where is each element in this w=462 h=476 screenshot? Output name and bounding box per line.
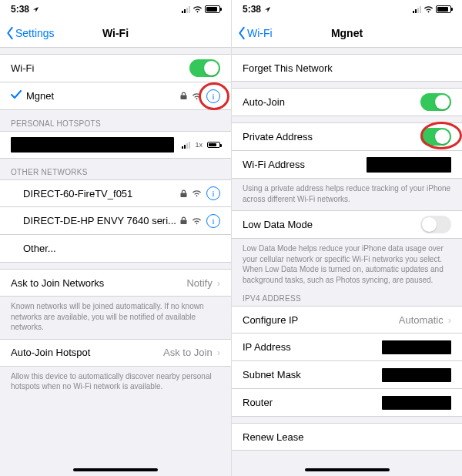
- cellular-icon: [413, 6, 421, 13]
- private-address-toggle[interactable]: [420, 128, 451, 146]
- cellular-icon: [182, 6, 190, 13]
- connected-network-cell[interactable]: Mgnet i: [0, 82, 231, 110]
- status-bar: 5:38: [232, 0, 462, 18]
- configure-ip-cell[interactable]: Configure IP Automatic ›: [232, 306, 462, 334]
- other-label: Other...: [23, 243, 220, 254]
- chevron-left-icon: [236, 26, 247, 40]
- forget-label: Forget This Network: [243, 62, 451, 74]
- battery-icon: [205, 5, 220, 13]
- network-detail-screen: 5:38 Wi-Fi Mgnet Forget This Network Aut…: [231, 0, 462, 476]
- subnet-value-redacted: [382, 368, 451, 382]
- private-address-cell[interactable]: Private Address: [232, 122, 462, 151]
- auto-join-label: Auto-Join: [243, 96, 420, 108]
- chevron-right-icon: ›: [448, 314, 451, 326]
- wifi-toggle[interactable]: [189, 59, 220, 77]
- wifi-address-label: Wi-Fi Address: [243, 159, 367, 170]
- lock-icon: [180, 92, 187, 100]
- other-network-button[interactable]: Other...: [0, 235, 231, 263]
- wifi-address-value-redacted: [367, 157, 451, 173]
- chevron-left-icon: [5, 26, 15, 40]
- wifi-icon: [192, 189, 202, 197]
- wifi-master-label: Wi-Fi: [11, 62, 189, 74]
- auto-join-hotspot-label: Auto-Join Hotspot: [11, 347, 163, 358]
- wifi-master-toggle-cell[interactable]: Wi-Fi: [0, 54, 231, 82]
- ip-address-label: IP Address: [243, 341, 382, 353]
- info-icon[interactable]: i: [206, 214, 220, 228]
- connected-network-name: Mgnet: [26, 90, 180, 102]
- subnet-mask-cell: Subnet Mask: [232, 361, 462, 389]
- auto-join-toggle[interactable]: [420, 93, 451, 111]
- battery-icon: [436, 5, 451, 13]
- subnet-label: Subnet Mask: [243, 369, 382, 380]
- wifi-icon: [192, 5, 203, 13]
- auto-join-hotspot-cell[interactable]: Auto-Join Hotspot Ask to Join ›: [0, 339, 231, 367]
- nav-bar: Wi-Fi Mgnet: [232, 18, 462, 48]
- router-label: Router: [243, 397, 382, 408]
- info-icon[interactable]: i: [206, 186, 220, 200]
- status-bar: 5:38: [0, 0, 231, 18]
- wifi-icon: [424, 5, 434, 13]
- private-address-label: Private Address: [243, 131, 420, 142]
- ask-to-join-footer: Known networks will be joined automatica…: [0, 297, 231, 339]
- auto-join-cell[interactable]: Auto-Join: [232, 88, 462, 116]
- lock-icon: [180, 216, 187, 225]
- ask-to-join-cell[interactable]: Ask to Join Networks Notify ›: [0, 269, 231, 297]
- private-address-footer: Using a private address helps reduce tra…: [232, 179, 462, 210]
- battery-icon: [207, 142, 220, 148]
- back-label: Wi-Fi: [247, 27, 273, 39]
- home-indicator[interactable]: [73, 468, 158, 471]
- info-icon[interactable]: i: [206, 89, 220, 103]
- router-value-redacted: [382, 396, 451, 410]
- chevron-right-icon: ›: [217, 277, 220, 289]
- personal-hotspots-header: PERSONAL HOTSPOTS: [0, 110, 231, 131]
- wifi-address-cell: Wi-Fi Address: [232, 151, 462, 179]
- router-cell: Router: [232, 389, 462, 417]
- home-indicator[interactable]: [305, 468, 390, 471]
- ask-to-join-label: Ask to Join Networks: [11, 277, 186, 289]
- configure-ip-value: Automatic: [399, 314, 444, 326]
- back-label: Settings: [15, 27, 55, 39]
- check-icon: [11, 90, 25, 102]
- network-row[interactable]: DIRECT-60-FireTV_f051 i: [0, 179, 231, 207]
- auto-join-hotspot-footer: Allow this device to automatically disco…: [0, 367, 231, 398]
- wifi-icon: [192, 92, 202, 100]
- hotspot-signal: 1x: [195, 141, 203, 149]
- network-name: DIRECT-60-FireTV_f051: [23, 188, 180, 199]
- low-data-footer: Low Data Mode helps reduce your iPhone d…: [232, 239, 462, 291]
- back-button[interactable]: Settings: [0, 26, 55, 40]
- other-networks-header: OTHER NETWORKS: [0, 159, 231, 179]
- location-icon: [32, 6, 39, 13]
- wifi-list-screen: 5:38 Settings Wi-Fi Wi-Fi Mgnet i P: [0, 0, 231, 476]
- ask-to-join-value: Notify: [186, 277, 212, 289]
- back-button[interactable]: Wi-Fi: [232, 26, 273, 40]
- ipv4-header: IPV4 ADDRESS: [232, 291, 462, 306]
- low-data-toggle[interactable]: [420, 216, 451, 233]
- chevron-right-icon: ›: [217, 347, 220, 358]
- network-row[interactable]: DIRECT-DE-HP ENVY 7640 seri... i: [0, 207, 231, 235]
- ip-address-cell: IP Address: [232, 334, 462, 361]
- renew-lease-label: Renew Lease: [243, 431, 451, 443]
- cellular-icon: [182, 142, 190, 149]
- low-data-mode-cell[interactable]: Low Data Mode: [232, 210, 462, 239]
- network-name: DIRECT-DE-HP ENVY 7640 seri...: [23, 215, 180, 226]
- low-data-label: Low Data Mode: [243, 219, 420, 230]
- renew-lease-button[interactable]: Renew Lease: [232, 423, 462, 451]
- ip-value-redacted: [382, 340, 451, 354]
- configure-ip-label: Configure IP: [243, 314, 399, 326]
- auto-join-hotspot-value: Ask to Join: [163, 347, 213, 358]
- hotspot-name-redacted: [11, 137, 174, 153]
- status-time: 5:38: [11, 4, 29, 15]
- forget-network-button[interactable]: Forget This Network: [232, 54, 462, 82]
- location-icon: [264, 6, 271, 13]
- hotspot-cell[interactable]: 1x: [0, 131, 231, 159]
- wifi-icon: [192, 217, 202, 225]
- lock-icon: [180, 189, 187, 198]
- status-time: 5:38: [243, 4, 261, 15]
- nav-bar: Settings Wi-Fi: [0, 18, 231, 48]
